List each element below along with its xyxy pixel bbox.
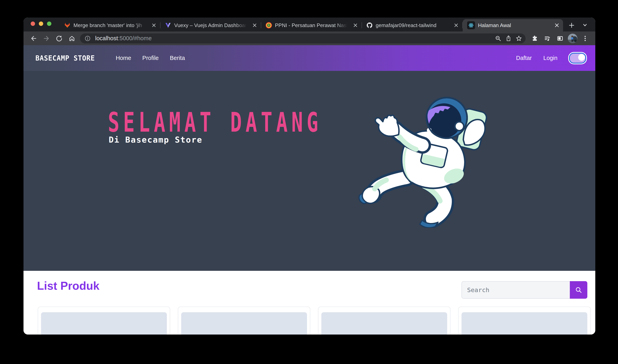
- tab-title: gemafajar09/react-tailwind: [376, 22, 450, 28]
- info-icon: [84, 35, 91, 42]
- nav-link-daftar[interactable]: Daftar: [516, 55, 532, 61]
- media-playlist-icon: [544, 35, 551, 42]
- extensions-button[interactable]: [529, 33, 540, 44]
- product-search: [462, 281, 587, 299]
- product-image-placeholder: [41, 312, 167, 335]
- astronaut-illustration: [356, 92, 488, 228]
- zoom-window-button[interactable]: [47, 22, 51, 26]
- home-button[interactable]: [66, 33, 78, 44]
- share-icon: [505, 35, 512, 42]
- hero-title: SELAMAT DATANG: [108, 109, 322, 136]
- tab-ppni[interactable]: PPNI - Persatuan Perawat Nasi: [261, 19, 361, 31]
- tab-title: PPNI - Persatuan Perawat Nasi: [275, 22, 349, 28]
- forward-button[interactable]: [41, 33, 52, 44]
- chevron-down-icon: [581, 22, 588, 28]
- theme-toggle-switch[interactable]: [569, 53, 586, 64]
- back-arrow-icon: [30, 35, 37, 42]
- product-image-placeholder: [181, 312, 307, 335]
- product-card[interactable]: [458, 307, 591, 335]
- url-text: localhost:5000/#home: [95, 35, 152, 42]
- nav-link-home[interactable]: Home: [116, 55, 131, 61]
- home-icon: [68, 35, 76, 42]
- zoom-out-magnifier-icon: [495, 35, 502, 42]
- product-image-placeholder: [321, 312, 447, 335]
- tab-title: Merge branch 'master' into 'jih: [74, 22, 148, 28]
- product-card-list: [38, 307, 591, 335]
- vuexy-icon: [165, 22, 171, 28]
- profile-avatar[interactable]: [568, 34, 577, 43]
- toggle-knob: [578, 54, 585, 61]
- site-navbar: BASECAMP STORE Home Profile Berita Dafta…: [24, 45, 595, 71]
- traffic-lights: [31, 22, 51, 26]
- back-button[interactable]: [28, 33, 39, 44]
- tab-close-icon[interactable]: [251, 22, 258, 29]
- tab-search-button[interactable]: [581, 21, 589, 29]
- minimize-window-button[interactable]: [39, 22, 43, 26]
- product-card[interactable]: [178, 307, 310, 335]
- products-heading: List Produk: [37, 279, 100, 292]
- tab-close-icon[interactable]: [352, 22, 359, 29]
- gitlab-icon: [64, 22, 70, 28]
- hero-subtitle: Di Basecamp Store: [109, 135, 203, 144]
- search-button[interactable]: [570, 281, 587, 299]
- tab-vuexy-dashboard[interactable]: Vuexy – Vuejs Admin Dashboar: [160, 19, 261, 31]
- hero-section: SELAMAT DATANG Di Basecamp Store: [24, 71, 595, 271]
- product-section: List Produk: [24, 271, 595, 335]
- bookmark-button[interactable]: [514, 33, 524, 44]
- tab-title: Vuexy – Vuejs Admin Dashboar: [174, 22, 248, 28]
- zoom-indicator-button[interactable]: [493, 33, 503, 44]
- url-path: :5000/#home: [118, 35, 152, 41]
- browser-menu-button[interactable]: [579, 33, 591, 44]
- github-icon: [366, 22, 373, 28]
- search-icon: [575, 286, 582, 294]
- tab-close-icon[interactable]: [554, 22, 560, 29]
- plus-icon: [568, 22, 575, 29]
- browser-toolbar: localhost:5000/#home: [24, 31, 595, 45]
- tabs: Merge branch 'master' into 'jih Vuexy – …: [60, 19, 563, 31]
- product-card[interactable]: [318, 307, 450, 335]
- url-host: localhost: [95, 35, 118, 41]
- tab-strip: Merge branch 'master' into 'jih Vuexy – …: [24, 17, 595, 31]
- product-card[interactable]: [38, 307, 170, 335]
- site-brand[interactable]: BASECAMP STORE: [36, 54, 95, 62]
- puzzle-icon: [531, 35, 538, 42]
- three-dots-icon: [581, 35, 589, 42]
- reload-icon: [56, 35, 63, 42]
- side-panel-icon: [556, 35, 564, 42]
- react-icon: [468, 22, 474, 28]
- tab-halaman-awal-active[interactable]: Halaman Awal: [463, 19, 563, 31]
- tab-gitlab-merge-branch[interactable]: Merge branch 'master' into 'jih: [60, 19, 160, 31]
- site-nav-links: Home Profile Berita: [116, 55, 185, 61]
- share-button[interactable]: [503, 33, 514, 44]
- search-input[interactable]: [462, 281, 570, 299]
- address-bar[interactable]: localhost:5000/#home: [80, 33, 526, 43]
- site-nav-actions: Daftar Login: [516, 53, 586, 64]
- tab-close-icon[interactable]: [151, 22, 157, 29]
- tab-github-react-tailwind[interactable]: gemafajar09/react-tailwind: [362, 19, 462, 31]
- product-image-placeholder: [462, 312, 587, 335]
- media-controls-button[interactable]: [541, 33, 553, 44]
- browser-window: Merge branch 'master' into 'jih Vuexy – …: [24, 17, 595, 335]
- nav-link-berita[interactable]: Berita: [170, 55, 185, 61]
- side-panel-button[interactable]: [554, 33, 566, 44]
- nav-link-login[interactable]: Login: [543, 55, 557, 61]
- forward-arrow-icon: [43, 35, 50, 42]
- reload-button[interactable]: [53, 33, 65, 44]
- tab-close-icon[interactable]: [453, 22, 460, 29]
- nav-link-profile[interactable]: Profile: [142, 55, 159, 61]
- star-icon: [515, 35, 522, 42]
- close-window-button[interactable]: [31, 22, 35, 26]
- avatar-photo: [568, 34, 577, 43]
- new-tab-button[interactable]: [566, 20, 577, 31]
- site-info-button[interactable]: [82, 33, 93, 44]
- ppni-icon: [266, 22, 272, 28]
- tab-title: Halaman Awal: [478, 22, 551, 28]
